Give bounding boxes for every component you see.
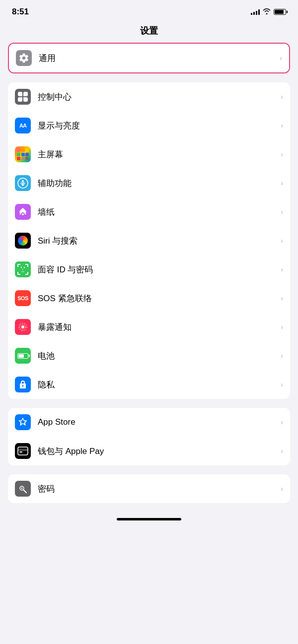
settings-list-3: App Store › 钱包与 Apple Pay › <box>8 408 290 465</box>
settings-list-4: 密码 › <box>8 474 290 503</box>
svg-rect-10 <box>19 451 22 452</box>
general-label: 通用 <box>39 53 276 64</box>
page-title: 设置 <box>0 21 298 43</box>
privacy-chevron: › <box>281 381 283 388</box>
sos-label: SOS 紧急联络 <box>38 293 277 304</box>
home-indicator <box>0 512 298 524</box>
password-icon <box>15 481 31 497</box>
settings-item-faceid[interactable]: 面容 ID 与密码 › <box>8 255 290 284</box>
svg-point-1 <box>22 180 24 182</box>
settings-item-appstore[interactable]: App Store › <box>8 408 290 437</box>
status-icons <box>251 8 286 16</box>
password-chevron: › <box>281 485 283 493</box>
general-chevron: › <box>280 54 282 62</box>
faceid-label: 面容 ID 与密码 <box>38 264 277 275</box>
control-center-chevron: › <box>281 93 283 101</box>
svg-point-2 <box>22 213 24 215</box>
exposure-label: 暴露通知 <box>38 322 277 333</box>
svg-point-5 <box>21 325 24 328</box>
home-screen-chevron: › <box>281 150 283 158</box>
settings-item-sos[interactable]: SOS SOS 紧急联络 › <box>8 284 290 313</box>
privacy-icon <box>15 377 31 392</box>
settings-item-exposure[interactable]: 暴露通知 › <box>8 313 290 341</box>
aa-text: AA <box>19 123 26 129</box>
accessibility-chevron: › <box>281 179 283 187</box>
wallet-label: 钱包与 Apple Pay <box>38 446 277 457</box>
svg-point-12 <box>21 488 23 489</box>
wifi-icon <box>263 8 271 16</box>
signal-icon <box>251 9 260 15</box>
battery-status-icon <box>274 9 286 15</box>
settings-item-privacy[interactable]: 隐私 › <box>8 370 290 399</box>
home-screen-label: 主屏幕 <box>38 149 277 160</box>
settings-item-wallet[interactable]: 钱包与 Apple Pay › <box>8 437 290 465</box>
wallpaper-label: 墙纸 <box>38 206 277 218</box>
exposure-icon <box>15 319 31 335</box>
appstore-label: App Store <box>38 417 277 427</box>
display-label: 显示与亮度 <box>38 120 277 131</box>
settings-item-password[interactable]: 密码 › <box>8 474 290 503</box>
sos-text: SOS <box>17 295 28 301</box>
settings-item-siri[interactable]: Siri 与搜索 › <box>8 226 290 255</box>
settings-group-1: 通用 › <box>0 43 298 73</box>
sos-icon: SOS <box>15 290 31 306</box>
siri-chevron: › <box>281 237 283 245</box>
control-center-icon <box>15 89 31 105</box>
settings-item-general[interactable]: 通用 › <box>9 44 289 72</box>
status-bar: 8:51 <box>0 0 298 21</box>
settings-item-battery[interactable]: 电池 › <box>8 341 290 370</box>
display-icon: AA <box>15 118 31 133</box>
display-chevron: › <box>281 122 283 129</box>
battery-icon <box>15 348 31 364</box>
settings-item-control-center[interactable]: 控制中心 › <box>8 82 290 111</box>
svg-point-4 <box>25 213 26 215</box>
password-label: 密码 <box>38 483 277 495</box>
settings-list-highlighted: 通用 › <box>8 43 290 73</box>
accessibility-icon <box>15 175 31 191</box>
settings-group-2: 控制中心 › AA 显示与亮度 › <box>0 82 298 399</box>
exposure-chevron: › <box>281 323 283 331</box>
settings-item-accessibility[interactable]: 辅助功能 › <box>8 169 290 197</box>
general-icon <box>16 50 32 66</box>
svg-rect-9 <box>18 449 28 451</box>
wallpaper-chevron: › <box>281 208 283 216</box>
appstore-chevron: › <box>281 418 283 426</box>
settings-item-home-screen[interactable]: 主屏幕 › <box>8 140 290 169</box>
control-center-label: 控制中心 <box>38 91 277 103</box>
home-bar <box>117 518 181 520</box>
siri-label: Siri 与搜索 <box>38 235 277 247</box>
home-screen-icon <box>15 146 31 162</box>
siri-icon <box>15 233 31 249</box>
settings-item-wallpaper[interactable]: 墙纸 › <box>8 197 290 226</box>
settings-group-4: 密码 › <box>0 474 298 503</box>
battery-chevron: › <box>281 352 283 360</box>
battery-label: 电池 <box>38 350 277 362</box>
settings-list-2: 控制中心 › AA 显示与亮度 › <box>8 82 290 399</box>
wallpaper-icon <box>15 204 31 220</box>
settings-group-3: App Store › 钱包与 Apple Pay › <box>0 408 298 465</box>
appstore-icon <box>15 414 31 430</box>
svg-point-3 <box>20 213 21 215</box>
wallet-icon <box>15 443 31 459</box>
faceid-icon <box>15 261 31 277</box>
accessibility-label: 辅助功能 <box>38 178 277 189</box>
faceid-chevron: › <box>281 265 283 273</box>
settings-item-display[interactable]: AA 显示与亮度 › <box>8 111 290 140</box>
wallet-chevron: › <box>281 447 283 455</box>
status-time: 8:51 <box>12 7 29 17</box>
privacy-label: 隐私 <box>38 379 277 390</box>
sos-chevron: › <box>281 294 283 302</box>
